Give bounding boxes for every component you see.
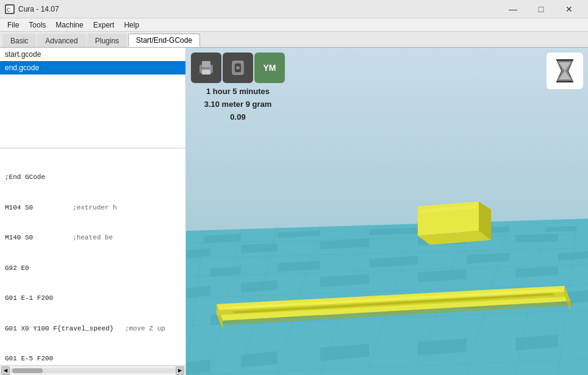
3d-viewport[interactable]: YM 1 hour 5 minutes 3.10 meter 9 gram 0.… (186, 48, 588, 375)
svg-marker-44 (515, 234, 558, 242)
tab-start-end-gcode[interactable]: Start/End-GCode (128, 34, 200, 47)
file-list: start.gcode end.gcode (0, 48, 185, 148)
svg-rect-3 (202, 61, 210, 67)
ym-icon[interactable]: YM (254, 53, 285, 83)
menu-expert[interactable]: Expert (88, 20, 120, 31)
app-icon: C (5, 4, 15, 14)
left-panel: start.gcode end.gcode ;End GCode M104 S0… (0, 48, 186, 375)
layer-view-button[interactable] (547, 53, 583, 89)
code-comment-2: ;extruder h (40, 203, 117, 213)
viewport-toolbar: YM 1 hour 5 minutes 3.10 meter 9 gram 0.… (191, 53, 285, 123)
scroll-right-button[interactable]: ▶ (176, 366, 184, 375)
main-content: start.gcode end.gcode ;End GCode M104 S0… (0, 48, 588, 375)
horizontal-scrollbar: ◀ ▶ (0, 365, 185, 375)
close-button[interactable]: ✕ (555, 0, 583, 18)
menu-machine[interactable]: Machine (51, 20, 88, 31)
print-icon[interactable] (191, 53, 221, 83)
menu-file[interactable]: File (2, 20, 24, 31)
code-comment-6: ;move Z up (121, 324, 165, 334)
code-content[interactable]: ;End GCode M104 S0 ;extruder h M140 S0 ;… (0, 148, 185, 365)
code-line-7: G01 E-5 F200 (5, 354, 53, 364)
file-item-start[interactable]: start.gcode (0, 48, 185, 61)
tab-plugins[interactable]: Plugins (87, 34, 127, 47)
box-object (418, 202, 491, 245)
tab-advanced[interactable]: Advanced (37, 34, 85, 47)
code-line-5: G01 E-1 F200 (5, 293, 53, 304)
code-line-2: M104 S0 (5, 203, 33, 213)
stat-material: 3.10 meter 9 gram (204, 98, 272, 111)
filament-icon[interactable] (223, 53, 253, 83)
svg-point-5 (209, 67, 212, 70)
tab-basic[interactable]: Basic (2, 34, 36, 47)
menu-tools[interactable]: Tools (24, 20, 51, 31)
minimize-button[interactable]: — (499, 0, 527, 18)
code-line-3: M140 S0 (5, 233, 33, 243)
code-comment-3: ;heated be (40, 233, 113, 243)
code-line-6: G01 X0 Y100 F{travel_speed} (5, 324, 113, 334)
code-line-4: G92 E0 (5, 263, 29, 274)
file-item-end[interactable]: end.gcode (0, 61, 185, 75)
svg-text:C: C (7, 7, 11, 13)
scrollbar-track[interactable] (10, 368, 176, 373)
menu-help[interactable]: Help (119, 20, 144, 31)
window-controls: — □ ✕ (499, 0, 583, 18)
toolbar-icons: YM (191, 53, 285, 83)
scroll-left-button[interactable]: ◀ (1, 366, 10, 375)
code-line-1: ;End GCode (5, 172, 45, 183)
stat-time: 1 hour 5 minutes (204, 86, 272, 98)
app-title: Cura - 14.07 (18, 5, 59, 13)
toolbar-group: YM 1 hour 5 minutes 3.10 meter 9 gram 0.… (191, 53, 285, 123)
stat-value: 0.09 (204, 111, 272, 124)
scrollbar-thumb[interactable] (12, 368, 43, 373)
svg-point-8 (236, 66, 240, 70)
tab-bar: Basic Advanced Plugins Start/End-GCode (0, 32, 588, 48)
title-bar: C Cura - 14.07 — □ ✕ (0, 0, 588, 18)
svg-rect-4 (202, 70, 210, 75)
viewport-stats: 1 hour 5 minutes 3.10 meter 9 gram 0.09 (202, 86, 274, 123)
maximize-button[interactable]: □ (527, 0, 555, 18)
code-area: ;End GCode M104 S0 ;extruder h M140 S0 ;… (0, 148, 185, 365)
menu-bar: File Tools Machine Expert Help (0, 18, 588, 32)
